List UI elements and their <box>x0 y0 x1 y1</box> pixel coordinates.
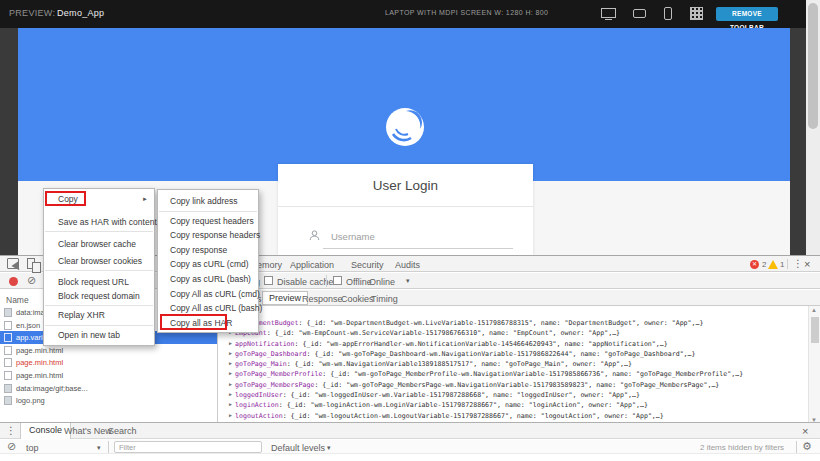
tab-security[interactable]: Security <box>351 260 384 270</box>
tab-application[interactable]: Application <box>290 260 334 270</box>
expand-triangle-icon[interactable]: ▶ <box>229 338 232 348</box>
devtools-close-icon[interactable]: × <box>804 258 810 270</box>
username-field[interactable]: Username <box>331 231 375 242</box>
divider <box>796 441 797 453</box>
expand-triangle-icon[interactable]: ▶ <box>229 379 232 389</box>
menu-item-copy-response[interactable]: Copy response <box>158 243 258 258</box>
inspect-element-icon[interactable] <box>7 258 19 269</box>
remove-toolbar-button[interactable]: REMOVE TOOLBAR <box>716 7 778 21</box>
expand-triangle-icon[interactable]: ▶ <box>229 399 232 409</box>
json-line[interactable]: ▶goToPage_Main: {_id: "wm-wm.NavigationV… <box>229 359 808 369</box>
context-select[interactable]: top <box>26 443 39 453</box>
json-line[interactable]: ▶goToPage_Dashboard: {_id: "wm-goToPage_… <box>229 349 808 359</box>
expand-triangle-icon[interactable]: ▶ <box>229 410 232 420</box>
tab-search[interactable]: Search <box>108 426 137 436</box>
image-file-icon <box>4 384 12 393</box>
chevron-down-icon[interactable]: ▾ <box>406 277 410 285</box>
menu-item-block-url[interactable]: Block request URL <box>44 275 154 289</box>
menu-item-copy-response-headers[interactable]: Copy response headers <box>158 228 258 243</box>
tab-audits[interactable]: Audits <box>395 260 420 270</box>
image-file-icon <box>4 308 12 317</box>
drawer-menu-icon[interactable]: ⋮ <box>6 425 16 436</box>
request-row-error[interactable]: page.min.html <box>0 356 217 369</box>
preview-left-gutter <box>0 28 18 255</box>
annotation-box-copy-all-as-har <box>160 314 227 330</box>
menu-item-clear-cache[interactable]: Clear browser cache <box>44 237 154 251</box>
menu-item-open-new-tab[interactable]: Open in new tab <box>44 328 154 342</box>
tab-response[interactable]: Response <box>302 294 343 304</box>
error-badge-icon[interactable]: ✕ <box>750 260 759 269</box>
scrollbar-thumb[interactable] <box>811 317 819 343</box>
chevron-down-icon[interactable]: ▾ <box>97 444 101 452</box>
menu-item-copy-link-address[interactable]: Copy link address <box>158 194 258 209</box>
clear-console-icon[interactable]: ⊘ <box>7 441 16 452</box>
json-line[interactable]: ▶EmpCount: {_id: "wm-EmpCount-wm.Service… <box>229 328 808 338</box>
offline-label[interactable]: Offline <box>346 277 372 287</box>
screen: PREVIEW: Demo_App LAPTOP WITH MDPI SCREE… <box>0 0 820 461</box>
expand-triangle-icon[interactable]: ▶ <box>229 368 232 378</box>
submenu-arrow-icon: ► <box>142 192 148 206</box>
user-icon <box>309 230 320 241</box>
request-row[interactable]: logo.png <box>0 394 217 407</box>
expand-triangle-icon[interactable]: ▶ <box>229 358 232 368</box>
drawer-tab-bar: ⋮ Console What's New Search × <box>0 423 820 439</box>
json-line[interactable]: ▶appNotification: {_id: "wm-appErrorHand… <box>229 339 808 349</box>
tab-memory-fragment[interactable]: emory <box>257 260 282 270</box>
name-column-header[interactable]: Name <box>6 295 29 305</box>
network-context-menu: Copy► Save as HAR with content Clear bro… <box>43 188 155 346</box>
json-line[interactable]: ▶logoutAction: {_id: "wm-logoutAction-wm… <box>229 411 808 421</box>
menu-item-block-domain[interactable]: Block request domain <box>44 289 154 303</box>
menu-separator <box>45 231 153 232</box>
gear-icon[interactable]: ⚙ <box>802 440 812 453</box>
expand-triangle-icon[interactable]: ▶ <box>229 389 232 399</box>
phone-icon[interactable] <box>664 7 672 20</box>
divider <box>108 441 109 453</box>
qr-code-icon[interactable] <box>690 7 703 20</box>
scroll-up-icon[interactable]: ▲ <box>811 307 817 313</box>
page-scrollbar-thumb[interactable] <box>808 3 818 129</box>
json-line[interactable]: ▶DepartmentBudget: {_id: "wm-DepartmentB… <box>229 318 808 328</box>
record-icon[interactable] <box>9 277 18 286</box>
drawer-close-icon[interactable]: × <box>802 425 808 437</box>
console-filter-input[interactable] <box>114 441 262 453</box>
chevron-down-icon[interactable]: ▾ <box>327 444 331 452</box>
json-line[interactable]: ▶loginAction: {_id: "wm-loginAction-wm.L… <box>229 400 808 410</box>
login-title: User Login <box>278 164 533 207</box>
login-card: User Login Username <box>278 164 533 255</box>
menu-item-replay-xhr[interactable]: Replay XHR <box>44 308 154 322</box>
annotation-box-copy <box>45 191 86 206</box>
console-drawer: ⋮ Console What's New Search × ⊘ top ▾ De… <box>0 422 820 461</box>
file-icon <box>4 333 12 342</box>
request-row[interactable]: page.min.html <box>0 369 217 382</box>
disable-cache-checkbox[interactable] <box>264 276 273 285</box>
error-count: 2 <box>762 260 766 269</box>
wavemaker-logo <box>385 107 425 147</box>
tab-cookies[interactable]: Cookies <box>341 294 374 304</box>
menu-item-save-har[interactable]: Save as HAR with content <box>44 215 154 229</box>
username-underline <box>323 248 513 249</box>
laptop-icon[interactable] <box>601 8 616 18</box>
menu-item-clear-cookies[interactable]: Clear browser cookies <box>44 254 154 268</box>
menu-item-copy-request-headers[interactable]: Copy request headers <box>158 214 258 229</box>
throttling-select[interactable]: Online <box>369 277 395 287</box>
clear-icon[interactable]: ⊘ <box>27 275 36 286</box>
offline-checkbox[interactable] <box>333 276 342 285</box>
menu-item-copy-as-curl-bash[interactable]: Copy as cURL (bash) <box>158 272 258 287</box>
device-toolbar-icon[interactable] <box>27 258 35 269</box>
menu-separator <box>45 270 153 271</box>
devtools-menu-icon[interactable]: ⋮ <box>793 258 803 269</box>
json-line[interactable]: ▶goToPage_MembersPage: {_id: "wm-goToPag… <box>229 380 808 390</box>
request-row[interactable]: data:image/gif;base... <box>0 381 217 394</box>
expand-triangle-icon[interactable]: ▶ <box>229 348 232 358</box>
json-line[interactable]: ▶loggedInUser: {_id: "wm-loggedInUser-wm… <box>229 390 808 400</box>
tab-whats-new[interactable]: What's New <box>64 426 112 436</box>
menu-item-copy-as-curl-cmd[interactable]: Copy as cURL (cmd) <box>158 257 258 272</box>
warning-count: 1 <box>780 260 784 269</box>
tab-timing[interactable]: Timing <box>371 294 398 304</box>
tablet-icon[interactable] <box>633 9 646 18</box>
menu-item-copy-all-as-curl-cmd[interactable]: Copy All as cURL (cmd) <box>158 287 258 302</box>
log-levels-select[interactable]: Default levels <box>271 443 325 453</box>
json-line[interactable]: ▶goToPage_MemberProfile: {_id: "wm-goToP… <box>229 369 808 379</box>
warning-badge-icon[interactable] <box>768 260 778 269</box>
preview-pane-scrollbar[interactable]: ▲ ▼ <box>808 306 820 424</box>
